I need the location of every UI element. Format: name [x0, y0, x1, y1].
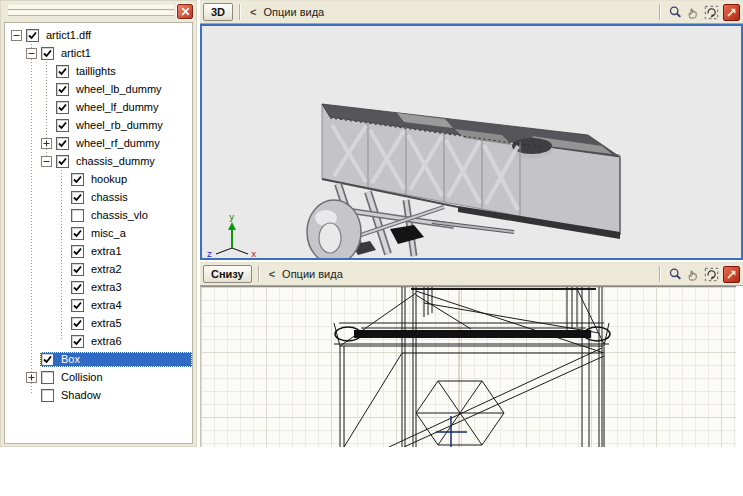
- tree-row[interactable]: Box: [5, 350, 192, 368]
- tree-row[interactable]: wheel_lb_dummy: [5, 80, 192, 98]
- expand-toggle[interactable]: [26, 372, 37, 383]
- checkbox-checked[interactable]: [71, 299, 84, 312]
- expand-slot: [56, 210, 67, 221]
- minus-icon: [27, 49, 36, 58]
- row-content: chassis_dummy: [55, 154, 159, 169]
- tree-row[interactable]: chassis_vlo: [5, 206, 192, 224]
- checkmark-icon: [57, 156, 68, 167]
- expand-slot: [56, 282, 67, 293]
- checkbox-checked[interactable]: [71, 245, 84, 258]
- checkbox-checked[interactable]: [71, 227, 84, 240]
- checkbox-checked[interactable]: [71, 335, 84, 348]
- tree-row[interactable]: Collision: [5, 368, 192, 386]
- maximize-viewport-button[interactable]: [723, 266, 740, 283]
- checkbox-checked[interactable]: [71, 173, 84, 186]
- hand-icon: [686, 5, 701, 20]
- checkbox-checked[interactable]: [26, 29, 39, 42]
- orbit-tool-button[interactable]: [703, 266, 720, 283]
- plus-icon: [27, 373, 36, 382]
- tree-row[interactable]: taillights: [5, 62, 192, 80]
- checkmark-icon: [57, 102, 68, 113]
- checkbox-checked[interactable]: [71, 191, 84, 204]
- checkbox-checked[interactable]: [41, 353, 54, 366]
- zoom-tool-button[interactable]: [667, 266, 684, 283]
- tree-item-label: wheel_rb_dummy: [74, 119, 165, 131]
- tree-item-label: hookup: [89, 173, 129, 185]
- checkbox-checked[interactable]: [56, 155, 69, 168]
- tree-row[interactable]: misc_a: [5, 224, 192, 242]
- expand-toggle[interactable]: [11, 30, 22, 41]
- expand-slot: [56, 228, 67, 239]
- checkmark-icon: [72, 318, 83, 329]
- checkbox-checked[interactable]: [56, 101, 69, 114]
- tree-row[interactable]: hookup: [5, 170, 192, 188]
- row-content: misc_a: [70, 226, 130, 241]
- tree-row[interactable]: wheel_lf_dummy: [5, 98, 192, 116]
- row-content: extra5: [70, 316, 126, 331]
- maximize-viewport-button[interactable]: [723, 4, 740, 21]
- checkbox-checked[interactable]: [56, 137, 69, 150]
- maximize-arrow-icon: [725, 268, 738, 281]
- tree-row[interactable]: chassis: [5, 188, 192, 206]
- collapse-options-arrow[interactable]: <: [269, 268, 275, 280]
- checkbox-unchecked[interactable]: [41, 389, 54, 402]
- svg-text:z: z: [207, 249, 212, 258]
- collapse-options-arrow[interactable]: <: [250, 6, 256, 18]
- row-content: Collision: [40, 370, 107, 385]
- checkbox-unchecked[interactable]: [71, 209, 84, 222]
- orbit-tool-button[interactable]: [703, 4, 720, 21]
- viewport-bottom-canvas[interactable]: [200, 286, 736, 447]
- view-mode-button-3d[interactable]: 3D: [203, 3, 233, 21]
- tree-item-label: chassis: [89, 191, 130, 203]
- tree-item-label: misc_a: [89, 227, 128, 239]
- header-separator: [659, 4, 660, 20]
- tree-row[interactable]: artict1: [5, 44, 192, 62]
- tree-row[interactable]: chassis_dummy: [5, 152, 192, 170]
- zoom-tool-button[interactable]: [667, 4, 684, 21]
- checkmark-icon: [72, 336, 83, 347]
- panel-grip: [8, 5, 174, 10]
- viewport-3d-header: 3D < Опции вида: [200, 0, 743, 24]
- view-mode-button-bottom[interactable]: Снизу: [203, 265, 252, 283]
- tree-row[interactable]: artict1.dff: [5, 26, 192, 44]
- expand-toggle[interactable]: [41, 138, 52, 149]
- expand-toggle[interactable]: [26, 48, 37, 59]
- tree-row[interactable]: Shadow: [5, 386, 192, 404]
- tree-item-label: artict1: [59, 47, 93, 59]
- tree-row[interactable]: extra1: [5, 242, 192, 260]
- checkbox-checked[interactable]: [56, 119, 69, 132]
- checkbox-checked[interactable]: [56, 83, 69, 96]
- tree-row[interactable]: wheel_rb_dummy: [5, 116, 192, 134]
- checkbox-checked[interactable]: [41, 47, 54, 60]
- checkbox-checked[interactable]: [71, 263, 84, 276]
- tree-row[interactable]: extra3: [5, 278, 192, 296]
- row-content: Shadow: [40, 388, 105, 403]
- header-separator: [258, 266, 259, 282]
- viewport-3d-canvas[interactable]: y z x: [200, 24, 743, 260]
- checkmark-icon: [57, 66, 68, 77]
- checkbox-checked[interactable]: [71, 281, 84, 294]
- checkbox-checked[interactable]: [56, 65, 69, 78]
- pan-tool-button[interactable]: [685, 266, 702, 283]
- tree-row[interactable]: extra6: [5, 332, 192, 350]
- tree-row[interactable]: extra2: [5, 260, 192, 278]
- tree-row[interactable]: extra5: [5, 314, 192, 332]
- panel-titlebar[interactable]: [1, 1, 196, 20]
- tree-row[interactable]: extra4: [5, 296, 192, 314]
- row-content: taillights: [55, 64, 120, 79]
- axis-gizmo: y z x: [207, 212, 257, 258]
- checkmark-icon: [72, 228, 83, 239]
- expand-toggle[interactable]: [41, 156, 52, 167]
- checkbox-unchecked[interactable]: [41, 371, 54, 384]
- tree-item-label: extra4: [89, 299, 124, 311]
- dff-viewer-window: artict1.dffartict1taillightswheel_lb_dum…: [0, 0, 743, 496]
- pan-tool-button[interactable]: [685, 4, 702, 21]
- row-content: wheel_rb_dummy: [55, 118, 167, 133]
- checkbox-checked[interactable]: [71, 317, 84, 330]
- tree-item-label: wheel_rf_dummy: [74, 137, 162, 149]
- tree-item-label: taillights: [74, 65, 118, 77]
- close-panel-button[interactable]: [177, 4, 193, 19]
- expand-slot: [56, 336, 67, 347]
- row-content: wheel_lb_dummy: [55, 82, 166, 97]
- tree-row[interactable]: wheel_rf_dummy: [5, 134, 192, 152]
